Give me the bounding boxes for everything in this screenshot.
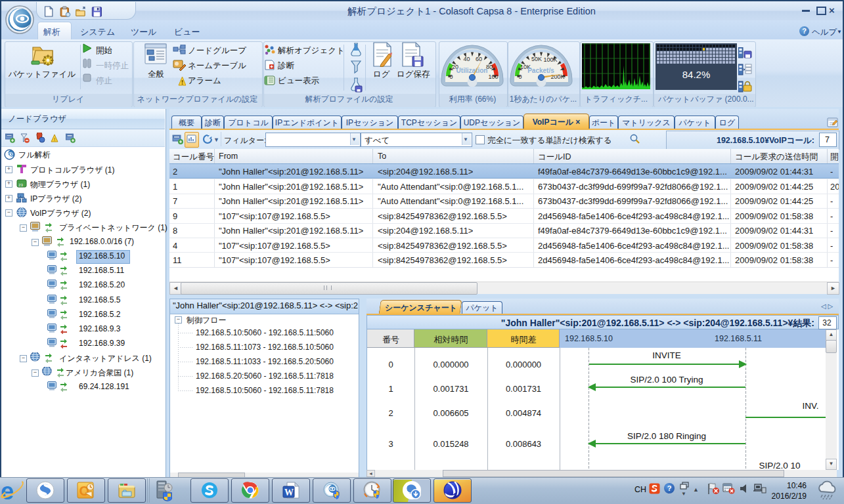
svg-text:50K: 50K (531, 56, 542, 62)
svg-text:W: W (284, 488, 294, 497)
svg-text:100: 100 (488, 74, 498, 80)
svg-text:INV.: INV. (802, 401, 818, 411)
svg-text:40: 40 (463, 56, 470, 62)
svg-text:INVITE: INVITE (652, 350, 681, 360)
svg-text:60: 60 (476, 56, 482, 62)
svg-text:SIP/2.0 180 Ringing: SIP/2.0 180 Ringing (627, 431, 706, 441)
svg-text:₂₃: ₂₃ (18, 180, 23, 187)
svg-text:100K: 100K (543, 56, 557, 63)
svg-text:SIP/2.0 10: SIP/2.0 10 (759, 461, 800, 470)
svg-text:Utilization: Utilization (456, 67, 488, 74)
svg-text:Packet/s: Packet/s (527, 67, 554, 74)
svg-text:SIP/2.0 100 Trying: SIP/2.0 100 Trying (630, 375, 703, 385)
svg-text:0: 0 (449, 74, 453, 80)
svg-text:0: 0 (518, 74, 522, 80)
svg-text:!: ! (54, 136, 55, 142)
svg-text:e: e (1, 478, 14, 504)
svg-text:200K: 200K (550, 74, 564, 80)
